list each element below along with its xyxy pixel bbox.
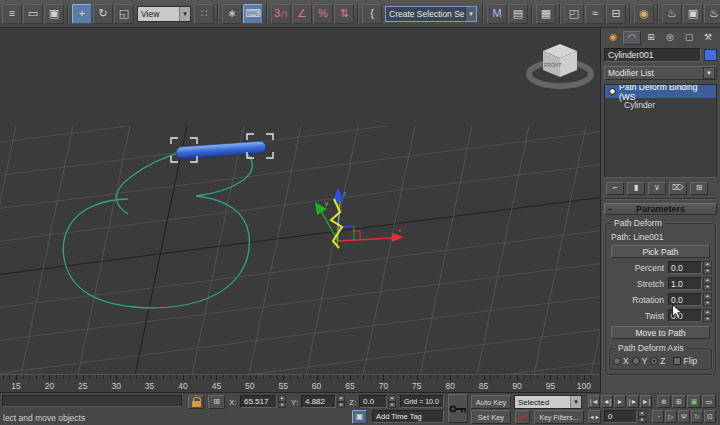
schematic-view-button[interactable]: ⊟	[606, 4, 626, 24]
axis-option-z[interactable]: Z	[650, 356, 665, 366]
zoom-button[interactable]: ⊕	[657, 395, 671, 408]
keyboard-shortcut-override-button[interactable]: ⌨	[243, 4, 263, 24]
stretch-field[interactable]: 1.0	[668, 277, 702, 290]
move-to-path-button[interactable]: Move to Path	[611, 326, 710, 339]
render-production-button[interactable]: ♨	[704, 4, 720, 24]
zoom-all-button[interactable]: ⊞	[672, 395, 686, 408]
key-mode-toggle-button[interactable]: ◄►	[588, 410, 601, 424]
set-key-mode-button[interactable]	[448, 394, 468, 423]
next-frame-button[interactable]: |►	[627, 395, 639, 408]
pin-stack-button[interactable]: ⌐	[606, 182, 624, 195]
percent-snap-button[interactable]: %	[313, 4, 333, 24]
mirror-button[interactable]: M	[487, 4, 507, 24]
x-coordinate-spinner[interactable]: ▲▼	[278, 395, 286, 408]
y-coordinate-spinner[interactable]: ▲▼	[337, 395, 345, 408]
zoom-extents-all-button[interactable]: ▣	[687, 395, 701, 408]
modifier-list-dropdown[interactable]: Modifier List ▼	[604, 66, 717, 80]
pick-path-button[interactable]: Pick Path	[611, 245, 710, 258]
spin-down-icon[interactable]: ▼	[703, 268, 712, 275]
spin-down-icon[interactable]: ▼	[638, 417, 646, 424]
material-editor-button[interactable]: ◉	[634, 4, 654, 24]
twist-spinner[interactable]: ▲▼	[703, 309, 712, 322]
z-coordinate-field[interactable]: 0.0	[359, 395, 387, 408]
cylinder001-object[interactable]	[176, 141, 267, 159]
viewport-canvas[interactable]: z y x FRONT	[0, 28, 600, 375]
viewcube[interactable]: FRONT	[529, 44, 591, 86]
window-crossing-toggle-button[interactable]: ▣	[44, 4, 64, 24]
use-pivot-point-center-button[interactable]: ∷	[194, 4, 214, 24]
object-name-field[interactable]: Cylinder001	[604, 48, 701, 62]
rotation-field[interactable]: 0.0	[668, 293, 702, 306]
select-and-rotate-button[interactable]: ↻	[93, 4, 113, 24]
select-and-manipulate-button[interactable]: ∗	[222, 4, 242, 24]
auto-key-button[interactable]: Auto Key	[471, 395, 511, 409]
select-by-name-button[interactable]: ≡	[2, 4, 22, 24]
default-tangents-button[interactable]	[515, 410, 530, 424]
track-bar[interactable]	[2, 395, 182, 407]
select-and-move-button[interactable]: +	[72, 4, 92, 24]
play-animation-button[interactable]: ►	[614, 395, 626, 408]
remove-modifier-button[interactable]: ⌦	[669, 182, 687, 195]
render-setup-button[interactable]: ♨	[662, 4, 682, 24]
spin-down-icon[interactable]: ▼	[388, 402, 396, 409]
rectangular-selection-region-button[interactable]: ▭	[23, 4, 43, 24]
axis-z-radio[interactable]	[650, 357, 658, 365]
transform-gizmo[interactable]: z y x	[315, 187, 404, 248]
key-filter-selection-dropdown[interactable]: Selected ▼	[514, 395, 582, 409]
angle-snap-button[interactable]: ∠	[292, 4, 312, 24]
named-selection-set-dropdown[interactable]: Create Selection Se▼	[385, 6, 477, 22]
show-end-result-button[interactable]: ▮	[627, 182, 645, 195]
zoom-region-button[interactable]: ▭	[702, 395, 716, 408]
maximize-viewport-toggle-button[interactable]: ⊡	[704, 410, 716, 423]
spline-line001[interactable]	[63, 147, 252, 308]
selection-lock-toggle[interactable]	[188, 395, 204, 409]
rendered-frame-window-button[interactable]: ▣	[683, 4, 703, 24]
field-of-view-button[interactable]: ▷	[665, 410, 677, 423]
timeline-ruler[interactable]: 1520253035404550556065707580859095100	[0, 374, 600, 393]
go-to-end-button[interactable]: ►|	[640, 395, 652, 408]
isolate-toggle-button[interactable]: ▣	[352, 410, 367, 424]
frame-spinner[interactable]: ▲▼	[638, 410, 646, 423]
select-and-scale-button[interactable]: ◱	[114, 4, 134, 24]
axis-y-radio[interactable]	[632, 357, 640, 365]
layer-manager-button[interactable]: ▦	[536, 4, 556, 24]
curve-editor-button[interactable]: ≈	[585, 4, 605, 24]
spin-down-icon[interactable]: ▼	[337, 402, 345, 409]
percent-spinner[interactable]: ▲▼	[703, 261, 712, 274]
make-unique-button[interactable]: ∨	[648, 182, 666, 195]
y-coordinate-field[interactable]: 4.882	[301, 395, 336, 408]
object-color-swatch[interactable]	[704, 49, 717, 61]
spinner-snap-button[interactable]: ⇅	[334, 4, 354, 24]
modifier-enabled-bulb-icon[interactable]	[609, 88, 616, 95]
modifier-stack-row[interactable]: Path Deform Binding (WS	[605, 85, 716, 98]
align-button[interactable]: ▤	[508, 4, 528, 24]
axis-option-x[interactable]: X	[613, 356, 629, 366]
flip-checkbox[interactable]	[673, 357, 681, 365]
parameters-rollout-header[interactable]: − Parameters	[604, 203, 717, 215]
twist-field[interactable]: 0.0	[668, 309, 702, 322]
scene-explorer-button[interactable]: ◰	[564, 4, 584, 24]
perspective-viewport[interactable]: z y x FRONT	[0, 28, 600, 375]
go-to-start-button[interactable]: |◄	[588, 395, 600, 408]
z-coordinate-spinner[interactable]: ▲▼	[388, 395, 396, 408]
percent-field[interactable]: 0.0	[668, 261, 702, 274]
spin-down-icon[interactable]: ▼	[703, 300, 712, 307]
configure-modifier-sets-button[interactable]: ⊞	[690, 182, 708, 195]
rotation-spinner[interactable]: ▲▼	[703, 293, 712, 306]
add-time-tag-button[interactable]: Add Time Tag	[372, 410, 444, 423]
x-coordinate-field[interactable]: 65.517	[240, 395, 277, 408]
tab-display[interactable]: ▢	[680, 31, 698, 45]
key-filters-button[interactable]: Key Filters...	[534, 410, 584, 424]
tab-utilities[interactable]: ⚒	[699, 31, 717, 45]
spin-down-icon[interactable]: ▼	[703, 284, 712, 291]
reference-coordinate-system-dropdown[interactable]: View▼	[137, 6, 191, 22]
tab-motion[interactable]: ◎	[661, 31, 679, 45]
orbit-button[interactable]: ↻	[691, 410, 703, 423]
current-frame-field[interactable]: 0	[604, 410, 637, 423]
stretch-spinner[interactable]: ▲▼	[703, 277, 712, 290]
edit-named-selection-sets-button[interactable]: {	[362, 4, 382, 24]
time-configuration-button[interactable]: ◔	[652, 410, 664, 423]
tab-hierarchy[interactable]: ⊞	[642, 31, 660, 45]
set-key-button[interactable]: Set Key	[471, 410, 511, 424]
absolute-mode-toggle[interactable]: ⊞	[208, 395, 225, 409]
